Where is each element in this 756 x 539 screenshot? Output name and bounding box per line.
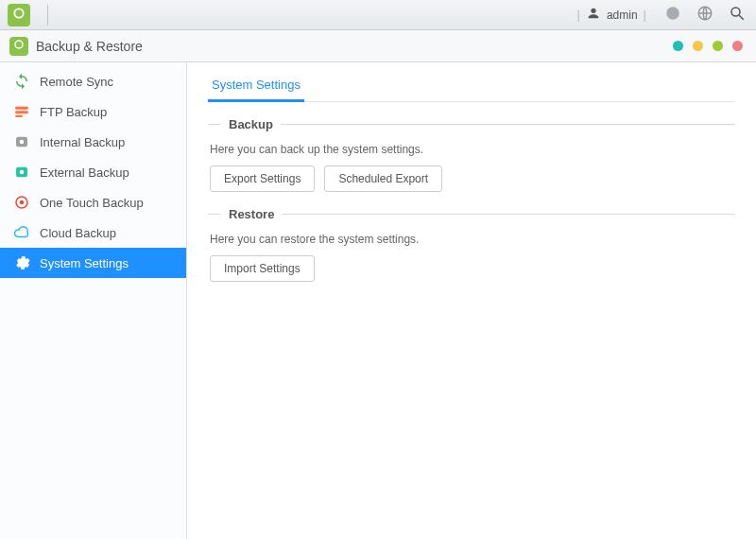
- divider: [281, 124, 735, 125]
- section-restore: Restore Here you can restore the system …: [208, 207, 735, 282]
- window-light-teal[interactable]: [673, 41, 683, 51]
- window-light-green[interactable]: [713, 41, 723, 51]
- search-button[interactable]: [726, 4, 748, 26]
- system-bar: | admin |: [0, 0, 756, 30]
- external-icon: [13, 164, 30, 181]
- sidebar-item-label: Remote Sync: [40, 75, 113, 89]
- section-description: Here you can back up the system settings…: [210, 143, 735, 156]
- sidebar-item-external-backup[interactable]: External Backup: [0, 157, 186, 187]
- window-controls: [673, 41, 743, 51]
- globe-icon: [696, 5, 713, 25]
- sidebar-item-system-settings[interactable]: System Settings: [0, 248, 186, 278]
- svg-line-4: [739, 15, 744, 20]
- user-label: admin: [607, 9, 638, 22]
- bell-icon: [664, 5, 681, 25]
- notifications-button[interactable]: [662, 4, 684, 26]
- cloud-icon: [13, 224, 30, 241]
- svg-rect-6: [15, 107, 28, 110]
- section-legend: Backup: [208, 117, 735, 131]
- circle-logo-icon: [13, 39, 25, 53]
- tab-system-settings[interactable]: System Settings: [208, 68, 304, 102]
- tab-label: System Settings: [212, 78, 301, 92]
- svg-point-10: [20, 140, 25, 145]
- sidebar-item-cloud-backup[interactable]: Cloud Backup: [0, 217, 186, 248]
- app-icon: [9, 37, 28, 56]
- svg-rect-7: [15, 111, 28, 113]
- content-pane: System Settings Backup Here you can back…: [187, 62, 756, 539]
- app-title: Backup & Restore: [36, 39, 143, 54]
- svg-rect-8: [15, 115, 23, 117]
- svg-point-3: [731, 8, 740, 16]
- sidebar-item-label: System Settings: [40, 256, 129, 270]
- section-description: Here you can restore the system settings…: [210, 233, 735, 246]
- sidebar-item-label: One Touch Backup: [40, 196, 144, 210]
- window-titlebar: Backup & Restore: [0, 30, 756, 62]
- sidebar-item-label: Internal Backup: [40, 135, 125, 149]
- workspace: Remote Sync FTP Backup Internal Backup E…: [0, 62, 756, 539]
- divider: [208, 124, 221, 125]
- sidebar-item-label: FTP Backup: [40, 105, 107, 119]
- section-legend: Restore: [208, 207, 735, 221]
- divider: [282, 214, 735, 215]
- hdd-icon: [13, 133, 30, 150]
- export-settings-button[interactable]: Export Settings: [210, 165, 315, 192]
- svg-point-0: [14, 9, 23, 17]
- window-light-yellow[interactable]: [693, 41, 703, 51]
- sidebar-item-label: Cloud Backup: [40, 226, 116, 240]
- sidebar-item-internal-backup[interactable]: Internal Backup: [0, 127, 186, 157]
- user-icon: [586, 6, 601, 24]
- home-button[interactable]: [8, 4, 30, 26]
- section-title: Restore: [229, 207, 274, 221]
- svg-point-14: [20, 200, 25, 205]
- divider: [208, 214, 221, 215]
- window-light-red[interactable]: [732, 41, 743, 51]
- svg-point-5: [15, 41, 23, 48]
- section-backup: Backup Here you can back up the system s…: [208, 117, 735, 192]
- sidebar-item-remote-sync[interactable]: Remote Sync: [0, 66, 186, 96]
- import-settings-button[interactable]: Import Settings: [210, 255, 315, 282]
- sidebar: Remote Sync FTP Backup Internal Backup E…: [0, 62, 187, 539]
- divider: |: [644, 8, 646, 22]
- sync-icon: [13, 73, 30, 90]
- divider: [47, 5, 48, 26]
- sidebar-item-ftp-backup[interactable]: FTP Backup: [0, 96, 186, 127]
- ftp-icon: [13, 103, 30, 120]
- tab-bar: System Settings: [208, 68, 735, 102]
- svg-point-12: [20, 170, 25, 175]
- sidebar-item-one-touch-backup[interactable]: One Touch Backup: [0, 187, 186, 217]
- circle-logo-icon: [12, 7, 26, 23]
- scheduled-export-button[interactable]: Scheduled Export: [324, 165, 442, 192]
- search-icon: [729, 5, 746, 25]
- section-title: Backup: [229, 117, 273, 131]
- network-button[interactable]: [694, 4, 716, 26]
- gear-icon: [13, 254, 30, 271]
- target-icon: [13, 194, 30, 211]
- user-menu[interactable]: admin: [586, 6, 638, 24]
- sidebar-item-label: External Backup: [40, 165, 129, 180]
- divider: |: [577, 8, 580, 22]
- svg-point-1: [666, 7, 679, 20]
